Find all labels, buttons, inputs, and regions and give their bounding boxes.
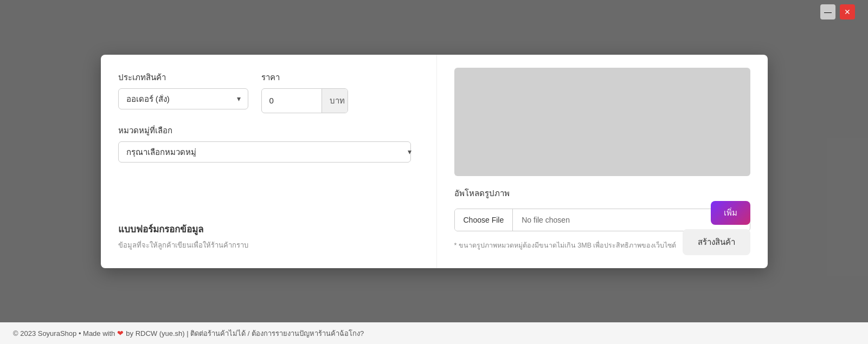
category-group: หมวดหมู่ที่เลือก กรุณาเลือกหมวดหมู่ ▾ — [118, 124, 419, 167]
product-type-select-wrapper: ออเดอร์ (สั่ง) สินค้าพร้อมส่ง ▾ — [118, 88, 248, 109]
category-select[interactable]: กรุณาเลือกหมวดหมู่ — [118, 141, 411, 163]
right-panel: อัพโหลดรูปภาพ Choose File No file chosen… — [437, 55, 768, 268]
left-panel: ประเภทสินค้า ออเดอร์ (สั่ง) สินค้าพร้อมส… — [101, 55, 437, 268]
add-button[interactable]: เพิ่ม — [711, 201, 750, 225]
modal-wrapper: ประเภทสินค้า ออเดอร์ (สั่ง) สินค้าพร้อมส… — [0, 0, 868, 322]
choose-file-button[interactable]: Choose File — [455, 209, 513, 231]
form-section-title: แบบฟอร์มกรอกข้อมูล — [118, 222, 419, 236]
window-controls: — ✕ — [820, 4, 855, 20]
minimize-button[interactable]: — — [820, 4, 835, 20]
category-select-wrapper: กรุณาเลือกหมวดหมู่ ▾ — [118, 141, 419, 163]
form-section-desc: ข้อมูลที่จะให้ลูกค้าเขียนเพื่อให้ร้านค้า… — [118, 239, 419, 251]
form-section: แบบฟอร์มกรอกข้อมูล ข้อมูลที่จะให้ลูกค้าเ… — [118, 222, 419, 251]
modal: ประเภทสินค้า ออเดอร์ (สั่ง) สินค้าพร้อมส… — [101, 55, 768, 268]
image-preview — [454, 68, 750, 176]
footer-rest: by RDCW (yue.sh) | ติดต่อร้านค้าไม่ได้ /… — [126, 328, 364, 339]
product-type-select[interactable]: ออเดอร์ (สั่ง) สินค้าพร้อมส่ง — [118, 88, 248, 109]
upload-section-label: อัพโหลดรูปภาพ — [454, 187, 750, 200]
heart-icon: ❤ — [117, 329, 124, 337]
price-unit: บาท — [322, 89, 348, 113]
create-product-button[interactable]: สร้างสินค้า — [683, 229, 750, 255]
price-input-wrapper: บาท — [261, 88, 348, 113]
price-input[interactable] — [262, 90, 322, 111]
file-input-wrapper: Choose File No file chosen — [454, 209, 750, 231]
close-button[interactable]: ✕ — [840, 4, 855, 20]
price-label: ราคา — [261, 71, 348, 84]
footer: © 2023 SoyuraShop • Made with ❤ by RDCW … — [0, 322, 868, 344]
product-type-label: ประเภทสินค้า — [118, 71, 248, 84]
product-type-group: ประเภทสินค้า ออเดอร์ (สั่ง) สินค้าพร้อมส… — [118, 71, 248, 109]
price-group: ราคา บาท — [261, 71, 348, 113]
footer-copyright: © 2023 SoyuraShop • Made with — [13, 329, 115, 337]
type-price-row: ประเภทสินค้า ออเดอร์ (สั่ง) สินค้าพร้อมส… — [118, 71, 419, 113]
category-label: หมวดหมู่ที่เลือก — [118, 124, 419, 137]
